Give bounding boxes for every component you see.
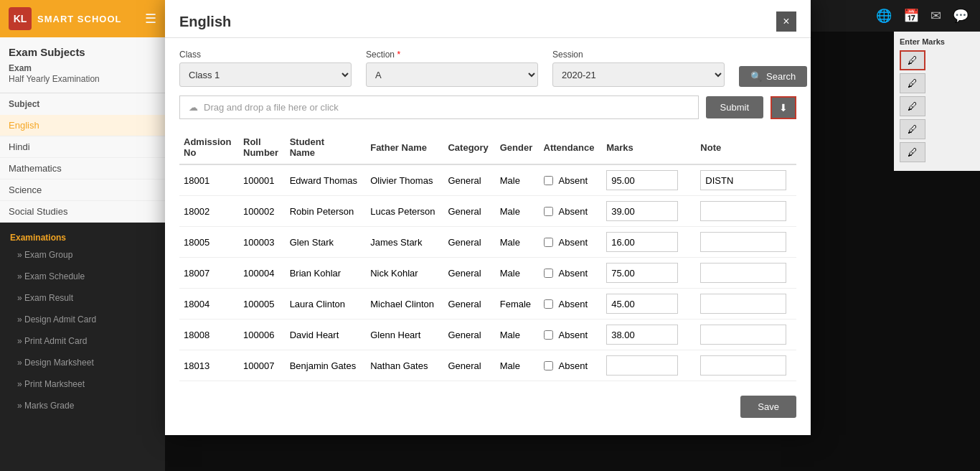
subject-item-hindi[interactable]: Hindi [0,136,165,158]
nav-item-exam-group[interactable]: Exam Group [0,244,165,266]
absent-checkbox[interactable] [544,361,553,370]
cell-note [696,320,796,350]
subject-item-mathematics[interactable]: Mathematics [0,158,165,179]
mail-icon[interactable]: ✉ [930,8,941,24]
cell-marks [602,350,687,381]
nav-section: Examinations Exam Group Exam Schedule Ex… [0,228,165,416]
cell-category: General [443,258,495,289]
cell-student-name: David Heart [286,320,367,350]
session-select[interactable]: 2020-21 [552,62,725,87]
cell-student-name: Brian Kohlar [286,258,367,289]
save-button[interactable]: Save [740,396,796,418]
th-father-name: Father Name [366,131,443,164]
cell-note [696,164,796,196]
enter-marks-button-3[interactable]: 🖊 [900,96,925,116]
cell-spacer [687,320,697,350]
cell-student-name: Laura Clinton [286,289,367,320]
modal-header: English × [165,0,811,38]
absent-checkbox[interactable] [544,207,553,216]
marks-input[interactable] [606,325,678,345]
chat-icon[interactable]: 💬 [953,8,969,24]
search-button[interactable]: 🔍 Search [739,66,807,87]
subject-item-social-studies[interactable]: Social Studies [0,201,165,223]
enter-marks-button-2[interactable]: 🖊 [900,73,925,93]
cell-note [696,350,796,381]
calendar-icon[interactable]: 📅 [903,8,919,24]
nav-item-print-marksheet[interactable]: Print Marksheet [0,373,165,395]
subject-title: Subject [0,93,165,115]
cell-attendance: Absent [540,289,603,320]
modal-title: English [179,14,231,30]
cell-admission-no: 18005 [179,227,239,258]
note-input[interactable] [700,232,786,252]
absent-checkbox[interactable] [544,238,553,247]
nav-item-exam-result[interactable]: Exam Result [0,287,165,309]
upload-placeholder: Drag and drop a file here or click [204,102,339,113]
hamburger-icon[interactable]: ☰ [145,11,156,27]
nav-item-design-admit-card[interactable]: Design Admit Card [0,309,165,330]
cell-roll-number: 100005 [239,289,286,320]
table-row: 18007 100004 Brian Kohlar Nick Kohlar Ge… [179,258,796,289]
upload-icon: ☁ [189,102,198,113]
nav-item-design-marksheet[interactable]: Design Marksheet [0,352,165,373]
note-input[interactable] [700,355,786,376]
note-input[interactable] [700,325,786,345]
note-input[interactable] [700,263,786,283]
class-group: Class Class 1 [179,50,352,87]
cell-father-name: Lucas Peterson [366,196,443,227]
section-select[interactable]: A [366,62,538,87]
cell-father-name: Michael Clinton [366,289,443,320]
download-button[interactable]: ⬇ [771,96,796,119]
cell-gender: Male [496,350,540,381]
marks-input[interactable] [606,170,678,190]
marks-table: AdmissionNo RollNumber StudentName Fathe… [179,131,796,381]
absent-checkbox[interactable] [544,176,553,185]
cell-father-name: Nathan Gates [366,350,443,381]
sidebar-logo: KL SmarT schooL ☰ [0,0,165,37]
nav-item-marks-grade[interactable]: Marks Grade [0,395,165,416]
enter-marks-button-1[interactable]: 🖊 [900,50,925,70]
cell-attendance: Absent [540,227,603,258]
subject-item-english[interactable]: English [0,115,165,136]
upload-row: ☁ Drag and drop a file here or click Sub… [179,95,796,119]
marks-input[interactable] [606,355,678,376]
table-header-row: AdmissionNo RollNumber StudentName Fathe… [179,131,796,164]
section-group: Section * A [366,50,538,87]
enter-marks-button-4[interactable]: 🖊 [900,119,925,139]
cell-category: General [443,289,495,320]
close-button[interactable]: × [776,11,796,32]
nav-item-print-admit-card[interactable]: Print Admit Card [0,330,165,352]
note-input[interactable] [700,201,786,221]
nav-item-exam-schedule[interactable]: Exam Schedule [0,266,165,287]
enter-marks-button-5[interactable]: 🖊 [900,142,925,162]
cell-gender: Male [496,196,540,227]
absent-checkbox[interactable] [544,330,553,340]
upload-area[interactable]: ☁ Drag and drop a file here or click [179,95,699,119]
absent-checkbox[interactable] [544,299,553,309]
cell-roll-number: 100003 [239,227,286,258]
session-label: Session [552,50,725,60]
cell-admission-no: 18004 [179,289,239,320]
submit-button[interactable]: Submit [706,96,763,118]
th-category: Category [443,131,495,164]
table-row: 18005 100003 Glen Stark James Stark Gene… [179,227,796,258]
note-input[interactable] [700,170,786,190]
class-select[interactable]: Class 1 [179,62,352,87]
cell-roll-number: 100007 [239,350,286,381]
cell-admission-no: 18002 [179,196,239,227]
marks-input[interactable] [606,294,678,314]
th-attendance: Attendance [540,131,603,164]
cell-spacer [687,164,697,196]
note-input[interactable] [700,294,786,314]
cell-category: General [443,196,495,227]
cell-category: General [443,320,495,350]
subject-item-science[interactable]: Science [0,179,165,201]
cell-admission-no: 18008 [179,320,239,350]
marks-input[interactable] [606,201,678,221]
sidebar: KL SmarT schooL ☰ Exam Subjects Exam Hal… [0,0,165,471]
marks-input[interactable] [606,232,678,252]
marks-input[interactable] [606,263,678,283]
globe-icon[interactable]: 🌐 [876,8,892,24]
cell-gender: Male [496,320,540,350]
absent-checkbox[interactable] [544,269,553,278]
